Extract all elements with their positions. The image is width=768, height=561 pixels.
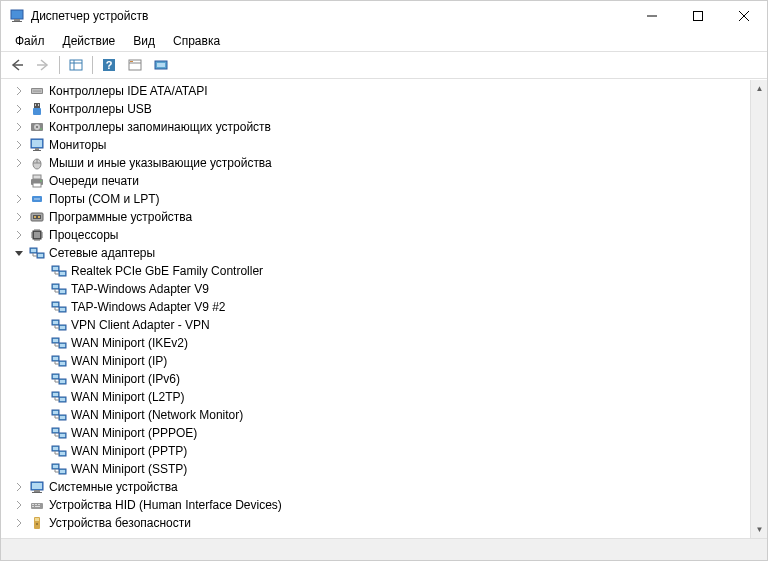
menu-view[interactable]: Вид [125,32,163,50]
tree-item[interactable]: Сетевые адаптеры [3,244,750,262]
tree-item-label: Устройства безопасности [49,516,191,530]
scroll-up-icon[interactable]: ▲ [751,80,767,97]
tree-item[interactable]: WAN Miniport (IKEv2) [3,334,750,352]
svg-rect-40 [33,175,41,179]
tree-item[interactable]: WAN Miniport (SSTP) [3,460,750,478]
network-icon [51,461,67,477]
tree-item[interactable]: WAN Miniport (IPv6) [3,370,750,388]
titlebar: Диспетчер устройств [1,1,767,31]
properties-button[interactable] [123,54,147,76]
svg-rect-145 [32,483,42,489]
svg-text:?: ? [106,59,113,71]
usb-icon [29,101,45,117]
chevron-right-icon[interactable] [11,191,27,207]
svg-rect-149 [32,504,34,505]
chevron-right-icon[interactable] [11,155,27,171]
tree-item[interactable]: Контроллеры запоминающих устройств [3,118,750,136]
svg-rect-42 [33,183,41,187]
svg-rect-85 [53,303,58,306]
svg-point-156 [36,523,38,525]
svg-rect-91 [53,321,58,324]
network-icon [51,353,67,369]
menu-file[interactable]: Файл [7,32,53,50]
tree-item[interactable]: Процессоры [3,226,750,244]
vertical-scrollbar[interactable]: ▲ ▼ [750,80,767,538]
tree-item-label: Контроллеры USB [49,102,152,116]
tree-item[interactable]: Очереди печати [3,172,750,190]
svg-rect-109 [53,375,58,378]
forward-button[interactable] [31,54,55,76]
maximize-button[interactable] [675,1,721,31]
chevron-down-icon[interactable] [11,245,27,261]
network-icon [51,317,67,333]
chevron-right-icon[interactable] [11,101,27,117]
close-button[interactable] [721,1,767,31]
toolbar-separator [92,56,93,74]
tree-item[interactable]: Устройства безопасности [3,514,750,532]
network-icon [51,335,67,351]
tree-item[interactable]: Программные устройства [3,208,750,226]
tree-item-label: Очереди печати [49,174,139,188]
chevron-right-icon[interactable] [11,227,27,243]
tree-item[interactable]: Мыши и иные указывающие устройства [3,154,750,172]
chevron-right-icon[interactable] [11,515,27,531]
tree-item[interactable]: WAN Miniport (PPPOE) [3,424,750,442]
svg-rect-2 [12,21,22,22]
scroll-down-icon[interactable]: ▼ [751,521,767,538]
svg-rect-9 [70,60,82,70]
network-icon [51,407,67,423]
tree-item[interactable]: Устройства HID (Human Interface Devices) [3,496,750,514]
tree-item[interactable]: Системные устройства [3,478,750,496]
svg-rect-36 [33,150,41,151]
software-icon [29,209,45,225]
tree-item[interactable]: WAN Miniport (Network Monitor) [3,406,750,424]
chevron-right-icon[interactable] [11,479,27,495]
tree-item-label: Мыши и иные указывающие устройства [49,156,272,170]
help-button[interactable]: ? [97,54,121,76]
menubar: Файл Действие Вид Справка [1,31,767,51]
svg-point-21 [34,91,35,92]
tree-item-label: TAP-Windows Adapter V9 [71,282,209,296]
tree-item[interactable]: Контроллеры USB [3,100,750,118]
svg-rect-69 [38,254,43,257]
svg-rect-73 [53,267,58,270]
svg-rect-4 [694,12,703,21]
tree-item[interactable]: TAP-Windows Adapter V9 #2 [3,298,750,316]
tree-item[interactable]: Realtek PCIe GbE Family Controller [3,262,750,280]
back-button[interactable] [5,54,29,76]
tree-item-label: Устройства HID (Human Interface Devices) [49,498,282,512]
tree-item[interactable]: WAN Miniport (L2TP) [3,388,750,406]
chevron-right-icon[interactable] [11,497,27,513]
chevron-right-icon[interactable] [11,137,27,153]
svg-rect-34 [32,140,42,147]
svg-rect-25 [34,103,40,108]
tree-item[interactable]: Контроллеры IDE ATA/ATAPI [3,82,750,100]
show-hidden-button[interactable] [64,54,88,76]
chevron-right-icon[interactable] [11,119,27,135]
network-icon [51,281,67,297]
svg-rect-139 [53,465,58,468]
scan-button[interactable] [149,54,173,76]
minimize-button[interactable] [629,1,675,31]
svg-rect-115 [53,393,58,396]
svg-rect-123 [60,416,65,419]
menu-action[interactable]: Действие [55,32,124,50]
svg-point-45 [34,198,35,199]
svg-rect-27 [35,104,36,106]
svg-rect-147 [32,492,42,493]
tree-item[interactable]: Мониторы [3,136,750,154]
svg-rect-67 [31,249,36,252]
tree-item[interactable]: Порты (COM и LPT) [3,190,750,208]
tree-item[interactable]: WAN Miniport (PPTP) [3,442,750,460]
tree-item-label: WAN Miniport (IP) [71,354,167,368]
tree-item[interactable]: VPN Client Adapter - VPN [3,316,750,334]
chevron-right-icon[interactable] [11,83,27,99]
device-tree[interactable]: Контроллеры IDE ATA/ATAPIКонтроллеры USB… [1,80,750,538]
chevron-right-icon[interactable] [11,209,27,225]
tree-item-label: Системные устройства [49,480,178,494]
tree-item[interactable]: WAN Miniport (IP) [3,352,750,370]
svg-rect-146 [34,490,40,492]
svg-rect-18 [157,63,165,67]
menu-help[interactable]: Справка [165,32,228,50]
tree-item[interactable]: TAP-Windows Adapter V9 [3,280,750,298]
